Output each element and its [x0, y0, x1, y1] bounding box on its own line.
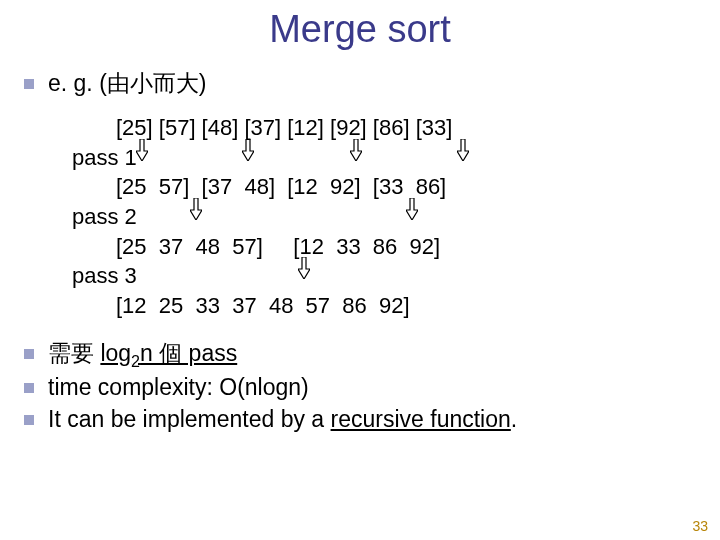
bullet-eg-text: e. g. (由小而大)	[48, 69, 206, 99]
bullet-complexity: time complexity: O(nlogn)	[24, 373, 702, 403]
square-bullet-icon	[24, 415, 34, 425]
need-sub: 2	[131, 351, 140, 369]
down-arrow-icon	[136, 139, 148, 161]
down-arrow-icon	[350, 139, 362, 161]
pass-3-label: pass 3	[72, 261, 702, 291]
example-line-2: [25 37 48 57] [12 33 86 92]	[116, 232, 702, 262]
eg-suffix: )	[199, 70, 207, 96]
example-line-0: [25] [57] [48] [37] [12] [92] [86] [33]	[116, 113, 702, 143]
bullet-complexity-text: time complexity: O(nlogn)	[48, 373, 309, 403]
bullet-eg: e. g. (由小而大)	[24, 69, 702, 99]
bottom-bullets: 需要 log2n 個 pass time complexity: O(nlogn…	[24, 339, 702, 435]
eg-prefix: e. g. (	[48, 70, 107, 96]
pass-2-label: pass 2	[72, 202, 702, 232]
need-underlined: log2n 個 pass	[100, 340, 237, 366]
down-arrow-icon	[242, 139, 254, 161]
slide-body: e. g. (由小而大) [25] [57] [48] [37] [12] [9…	[0, 51, 720, 435]
slide: Merge sort e. g. (由小而大) [25] [57] [48] […	[0, 0, 720, 540]
pass-1-label: pass 1	[72, 143, 702, 173]
slide-title: Merge sort	[0, 0, 720, 51]
bullet-recursive-text: It can be implemented by a recursive fun…	[48, 405, 517, 435]
bullet-need-text: 需要 log2n 個 pass	[48, 339, 237, 372]
down-arrow-icon	[298, 257, 310, 279]
recursive-underlined: recursive function	[331, 406, 511, 432]
eg-zh: 由小而大	[107, 70, 199, 96]
page-number: 33	[692, 518, 708, 534]
down-arrow-icon	[406, 198, 418, 220]
need-log: log	[100, 340, 131, 366]
recursive-pre: It can be implemented by a	[48, 406, 331, 432]
down-arrow-icon	[190, 198, 202, 220]
need-zh: 需要	[48, 340, 100, 366]
need-rest: n 個 pass	[140, 340, 237, 366]
square-bullet-icon	[24, 79, 34, 89]
square-bullet-icon	[24, 349, 34, 359]
example-line-3: [12 25 33 37 48 57 86 92]	[116, 291, 702, 321]
merge-example: [25] [57] [48] [37] [12] [92] [86] [33] …	[72, 113, 702, 321]
bullet-need: 需要 log2n 個 pass	[24, 339, 702, 372]
square-bullet-icon	[24, 383, 34, 393]
down-arrow-icon	[457, 139, 469, 161]
recursive-post: .	[511, 406, 517, 432]
bullet-recursive: It can be implemented by a recursive fun…	[24, 405, 702, 435]
